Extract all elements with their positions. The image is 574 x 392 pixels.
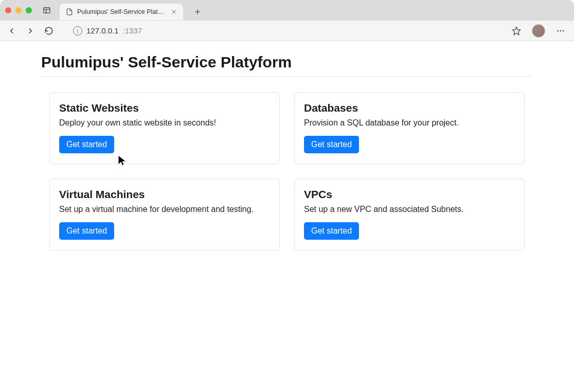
card-virtual-machines: Virtual Machines Set up a virtual machin…	[49, 179, 280, 251]
reload-button[interactable]	[44, 26, 53, 35]
get-started-button[interactable]: Get started	[59, 222, 114, 240]
card-title: Static Websites	[59, 102, 270, 114]
site-info-icon[interactable]: i	[73, 26, 82, 35]
browser-toolbar: i 127.0.0.1:1337	[0, 21, 574, 41]
url-host: 127.0.0.1	[86, 26, 119, 35]
card-description: Provision a SQL database for your projec…	[304, 118, 515, 128]
tab-title: Pulumipus' Self-Service Platyf...	[77, 8, 167, 15]
card-static-websites: Static Websites Deploy your own static w…	[49, 92, 280, 164]
get-started-button[interactable]: Get started	[59, 136, 114, 153]
get-started-button[interactable]: Get started	[304, 136, 359, 153]
url-port: :1337	[123, 26, 142, 35]
service-cards-grid: Static Websites Deploy your own static w…	[41, 92, 533, 251]
window-minimize-button[interactable]	[15, 7, 22, 13]
svg-point-9	[560, 30, 562, 31]
card-title: VPCs	[304, 188, 515, 201]
profile-avatar[interactable]	[532, 24, 545, 38]
window-maximize-button[interactable]	[26, 7, 32, 13]
svg-marker-7	[513, 27, 521, 34]
window-controls	[5, 7, 32, 13]
page-icon	[66, 8, 73, 15]
close-tab-icon[interactable]	[171, 9, 177, 15]
card-vpcs: VPCs Set up a new VPC and associated Sub…	[294, 179, 525, 251]
tab-layout-icon[interactable]	[42, 6, 51, 15]
browser-tab-strip: Pulumipus' Self-Service Platyf...	[0, 0, 574, 21]
page-content: Pulumipus' Self-Service Platyform Static…	[0, 41, 574, 271]
card-databases: Databases Provision a SQL database for y…	[294, 92, 525, 164]
new-tab-button[interactable]	[191, 6, 204, 18]
browser-tab-active[interactable]: Pulumipus' Self-Service Platyf...	[60, 4, 183, 20]
window-close-button[interactable]	[5, 7, 11, 13]
more-menu-icon[interactable]	[554, 25, 567, 37]
card-title: Virtual Machines	[59, 188, 270, 201]
favorites-icon[interactable]	[510, 25, 523, 37]
forward-button[interactable]	[26, 26, 35, 35]
get-started-button[interactable]: Get started	[304, 222, 359, 240]
card-description: Set up a new VPC and associated Subnets.	[304, 205, 515, 214]
svg-point-8	[557, 30, 559, 31]
page-title: Pulumipus' Self-Service Platyform	[41, 54, 533, 77]
card-title: Databases	[304, 102, 515, 114]
svg-point-10	[563, 30, 564, 31]
card-description: Deploy your own static website in second…	[59, 118, 270, 128]
svg-rect-0	[44, 8, 50, 13]
card-description: Set up a virtual machine for development…	[59, 205, 270, 214]
address-bar[interactable]: i 127.0.0.1:1337	[73, 26, 142, 35]
back-button[interactable]	[7, 26, 16, 35]
